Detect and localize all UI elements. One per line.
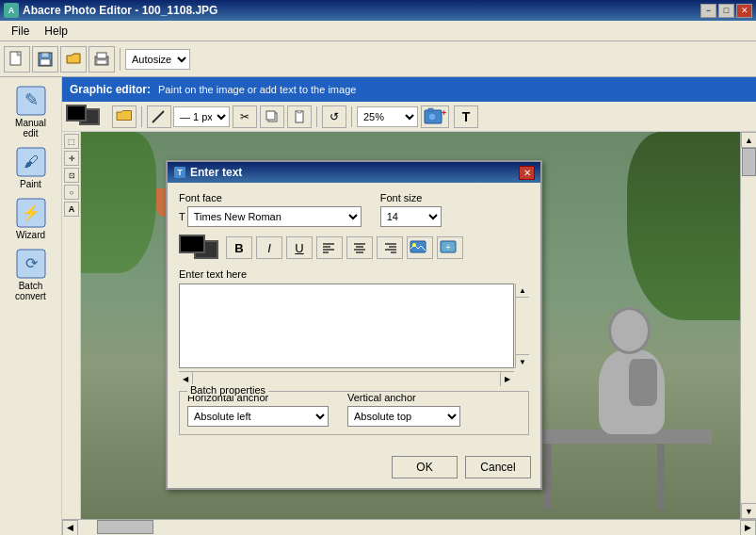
batch-properties-fieldset: Batch properties Horizontal anchor Absol… xyxy=(179,391,529,435)
cut-button[interactable]: ✂ xyxy=(233,105,257,128)
sidebar-item-wizard[interactable]: ⚡ Wizard xyxy=(2,193,60,244)
insert-special-button[interactable]: + xyxy=(437,236,463,259)
window-title: Abacre Photo Editor - 100_1108.JPG xyxy=(23,4,217,17)
app-icon: A xyxy=(4,3,19,18)
align-center-button[interactable] xyxy=(346,236,373,259)
svg-rect-23 xyxy=(428,108,433,111)
open-image-button[interactable] xyxy=(112,105,137,128)
dialog-close-button[interactable]: ✕ xyxy=(519,166,535,180)
hscroll-right[interactable]: ▶ xyxy=(740,520,756,536)
ok-button[interactable]: OK xyxy=(392,456,458,478)
font-face-group: Font face T Times New Roman Arial Courie… xyxy=(179,192,362,227)
main-hscrollbar[interactable]: ◀ ▶ xyxy=(62,519,756,535)
main-vscrollbar[interactable]: ▲ ▼ xyxy=(740,132,756,519)
h-anchor-select[interactable]: Absolute left Absolute right Center xyxy=(187,406,329,427)
hscroll-left[interactable]: ◀ xyxy=(62,520,78,536)
color-selector[interactable] xyxy=(66,105,107,129)
graphic-editor-bar: Graphic editor: Paint on the image or ad… xyxy=(62,77,756,102)
dialog-icon: T xyxy=(173,166,186,179)
enter-text-dialog: T Enter text ✕ Font face T xyxy=(166,160,542,490)
dialog-footer: OK Cancel xyxy=(168,452,540,488)
text-area-label: Enter text here xyxy=(179,268,529,280)
hscroll-right-arrow[interactable]: ▶ xyxy=(500,372,514,386)
formatting-row: B I U xyxy=(179,235,529,261)
underline-button[interactable]: U xyxy=(286,236,313,259)
font-row: Font face T Times New Roman Arial Courie… xyxy=(179,192,529,227)
minimize-button[interactable]: − xyxy=(700,4,716,18)
close-button[interactable]: ✕ xyxy=(736,4,752,18)
insert-image-button[interactable] xyxy=(407,236,433,259)
bold-button[interactable]: B xyxy=(226,236,252,259)
sidebar-item-batch-convert[interactable]: ⟳ Batchconvert xyxy=(2,244,60,305)
vscroll-thumb[interactable] xyxy=(742,148,756,176)
color-pair[interactable] xyxy=(179,235,222,261)
copy-icon xyxy=(265,110,279,123)
new-icon xyxy=(8,51,25,68)
text-input[interactable] xyxy=(179,284,514,368)
manual-edit-label: Manualedit xyxy=(15,118,46,138)
font-size-label: Font size xyxy=(380,192,442,203)
zoom-select[interactable]: 25% 50% 75% 100% xyxy=(357,106,418,127)
font-face-select[interactable]: Times New Roman Arial Courier New Georgi… xyxy=(187,206,362,227)
add-photo-button[interactable]: + xyxy=(421,105,449,128)
paint-label: Paint xyxy=(20,179,41,189)
save-button[interactable] xyxy=(32,46,58,73)
vscroll-down-arrow[interactable]: ▼ xyxy=(516,354,529,368)
svg-rect-4 xyxy=(40,59,50,65)
vscroll-down[interactable]: ▼ xyxy=(741,503,756,519)
paste-button[interactable] xyxy=(287,105,312,128)
fg-color-swatch xyxy=(179,235,205,253)
crop-tool[interactable]: ⊡ xyxy=(64,168,79,183)
file-menu[interactable]: File xyxy=(4,23,37,40)
italic-button[interactable]: I xyxy=(256,236,282,259)
restore-button[interactable]: □ xyxy=(718,4,734,18)
vscroll-up-arrow[interactable]: ▲ xyxy=(516,284,529,298)
print-button[interactable] xyxy=(88,46,115,73)
text-hscrollbar[interactable]: ◀ ▶ xyxy=(179,371,514,385)
svg-rect-6 xyxy=(97,53,106,58)
add-photo-icon: + xyxy=(424,107,446,126)
undo-button[interactable]: ↺ xyxy=(322,105,346,128)
text-vscrollbar[interactable]: ▲ ▼ xyxy=(515,284,529,368)
open-button[interactable] xyxy=(60,46,87,73)
dialog-title-bar: T Enter text ✕ xyxy=(168,162,540,183)
v-anchor-select[interactable]: Absolute top Absolute bottom Center xyxy=(347,406,460,427)
manual-edit-icon: ✎ xyxy=(15,85,47,117)
graphic-editor-title: Graphic editor: xyxy=(70,83,151,96)
hscroll-thumb[interactable] xyxy=(97,520,153,534)
align-left-button[interactable] xyxy=(316,236,343,259)
menu-bar: File Help xyxy=(0,21,756,41)
help-menu[interactable]: Help xyxy=(37,23,75,40)
h-anchor-group: Horizontal anchor Absolute left Absolute… xyxy=(187,392,329,427)
sidebar-item-manual-edit[interactable]: ✎ Manualedit xyxy=(2,81,60,142)
cancel-button[interactable]: Cancel xyxy=(465,456,531,478)
svg-text:+: + xyxy=(445,242,451,252)
ellipse-tool[interactable]: ○ xyxy=(64,185,79,200)
sidebar-item-paint[interactable]: 🖌 Paint xyxy=(2,142,60,193)
separator-dt-2 xyxy=(316,106,317,127)
copy-button[interactable] xyxy=(260,105,284,128)
vscroll-up[interactable]: ▲ xyxy=(741,132,756,148)
font-size-select[interactable]: 14 8 9 10 12 16 18 24 xyxy=(380,206,442,227)
wizard-icon: ⚡ xyxy=(15,197,47,229)
align-right-button[interactable] xyxy=(377,236,403,259)
svg-rect-18 xyxy=(266,111,275,120)
autosize-dropdown[interactable]: Autosize 100% 50% 25% xyxy=(125,49,190,70)
text-tool-button[interactable]: T xyxy=(454,105,478,128)
move-tool[interactable]: ✛ xyxy=(64,151,79,166)
pen-icon xyxy=(147,105,171,128)
vscroll-track xyxy=(516,298,529,354)
batch-convert-icon: ⟳ xyxy=(15,248,47,280)
pen-width-select[interactable]: — 1 px — 2 px — 3 px xyxy=(173,106,230,127)
sidebar: ✎ Manualedit 🖌 Paint ⚡ Wizard xyxy=(0,77,62,535)
graphic-editor-description: Paint on the image or add text to the im… xyxy=(158,84,356,95)
foreground-color xyxy=(66,105,87,122)
svg-rect-3 xyxy=(41,53,49,57)
new-button[interactable] xyxy=(4,46,30,73)
svg-point-22 xyxy=(428,113,436,121)
editor-area: Graphic editor: Paint on the image or ad… xyxy=(62,77,756,535)
text-area-container: ▲ ▼ ◀ ▶ xyxy=(179,284,529,385)
text-tool[interactable]: A xyxy=(64,202,79,217)
select-tool[interactable]: ⬚ xyxy=(64,134,79,149)
hscroll-track xyxy=(193,372,500,385)
